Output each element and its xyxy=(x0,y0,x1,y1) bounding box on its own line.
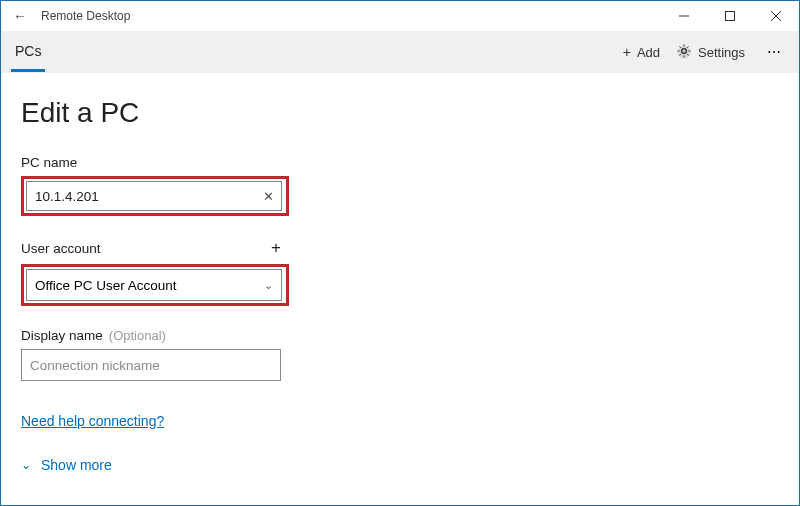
content-area: Edit a PC PC name ✕ User account + Offic… xyxy=(1,73,799,497)
user-account-label-row: User account + xyxy=(21,238,283,258)
clear-icon[interactable]: ✕ xyxy=(263,189,274,204)
command-bar-actions: + Add Settings ⋯ xyxy=(623,40,789,64)
more-button[interactable]: ⋯ xyxy=(761,40,789,64)
svg-rect-1 xyxy=(726,12,735,21)
titlebar: ← Remote Desktop xyxy=(1,1,799,31)
chevron-down-icon: ⌄ xyxy=(21,458,31,472)
display-name-group: Display name (Optional) xyxy=(21,328,779,381)
settings-label: Settings xyxy=(698,45,745,60)
gear-icon xyxy=(676,43,692,62)
plus-icon: + xyxy=(623,44,631,60)
add-label: Add xyxy=(637,45,660,60)
app-title: Remote Desktop xyxy=(41,9,130,23)
maximize-button[interactable] xyxy=(707,1,753,31)
command-bar: PCs + Add Settings ⋯ xyxy=(1,31,799,73)
help-link[interactable]: Need help connecting? xyxy=(21,413,164,429)
display-name-optional: (Optional) xyxy=(109,328,166,343)
close-button[interactable] xyxy=(753,1,799,31)
settings-button[interactable]: Settings xyxy=(676,43,745,62)
show-more-label: Show more xyxy=(41,457,112,473)
user-account-group: User account + Office PC User Account ⌄ xyxy=(21,238,779,306)
page-title: Edit a PC xyxy=(21,97,779,129)
user-account-select[interactable]: Office PC User Account ⌄ xyxy=(26,269,282,301)
pc-name-label: PC name xyxy=(21,155,283,170)
pc-name-highlight: ✕ xyxy=(21,176,289,216)
pc-name-group: PC name ✕ xyxy=(21,155,779,216)
minimize-button[interactable] xyxy=(661,1,707,31)
pc-name-input-wrap: ✕ xyxy=(26,181,282,211)
show-more-button[interactable]: ⌄ Show more xyxy=(21,457,779,473)
user-account-label: User account xyxy=(21,241,101,256)
window-controls xyxy=(661,1,799,31)
add-button[interactable]: + Add xyxy=(623,44,660,60)
tab-pcs[interactable]: PCs xyxy=(11,33,45,72)
user-account-highlight: Office PC User Account ⌄ xyxy=(21,264,289,306)
display-name-label: Display name xyxy=(21,328,103,343)
titlebar-left: ← Remote Desktop xyxy=(1,8,130,24)
back-icon[interactable]: ← xyxy=(13,8,27,24)
display-name-input[interactable] xyxy=(21,349,281,381)
chevron-down-icon: ⌄ xyxy=(264,279,273,292)
add-account-button[interactable]: + xyxy=(269,238,283,258)
user-account-value: Office PC User Account xyxy=(35,278,177,293)
pc-name-input[interactable] xyxy=(26,181,282,211)
display-name-label-row: Display name (Optional) xyxy=(21,328,283,343)
